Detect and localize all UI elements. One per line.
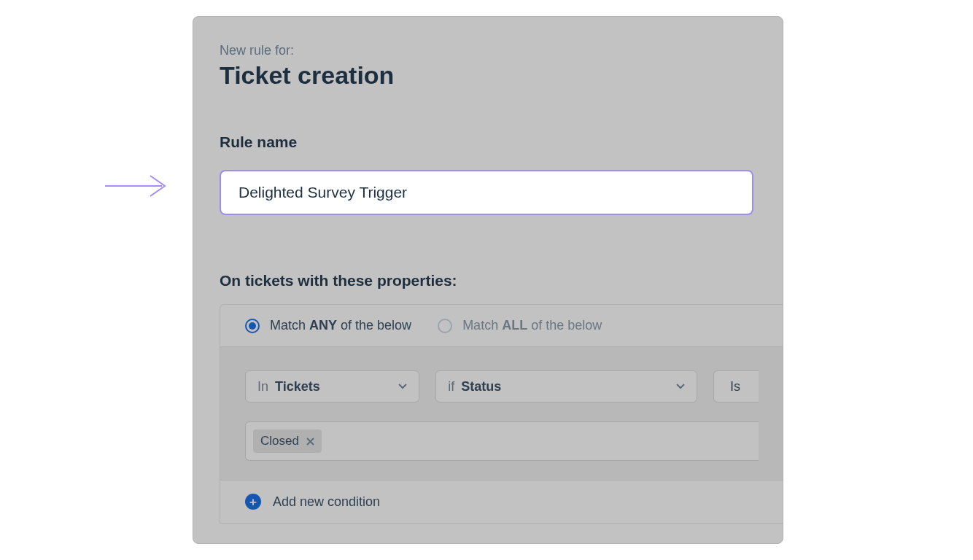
rule-name-label: Rule name (220, 133, 783, 151)
rule-name-input[interactable] (220, 170, 753, 215)
in-select[interactable]: In Tickets (245, 370, 419, 402)
condition-selects-row: In Tickets if Status Is (245, 370, 759, 402)
add-condition-button[interactable]: + Add new condition (220, 481, 783, 523)
value-tags[interactable]: Closed (245, 421, 759, 461)
match-row: Match ANY of the below Match ALL of the … (220, 305, 783, 347)
remove-tag-icon[interactable] (306, 435, 314, 448)
if-select[interactable]: if Status (435, 370, 697, 402)
properties-label: On tickets with these properties: (220, 272, 783, 289)
add-condition-label: Add new condition (273, 494, 380, 510)
is-select[interactable]: Is (713, 370, 759, 402)
radio-unselected-icon (438, 319, 452, 333)
radio-selected-icon (245, 319, 260, 333)
condition-body: In Tickets if Status Is Closed (220, 347, 783, 481)
plus-icon: + (245, 494, 261, 510)
chevron-down-icon (398, 384, 407, 389)
value-tag: Closed (253, 429, 322, 453)
match-all-radio[interactable]: Match ALL of the below (438, 318, 602, 333)
match-any-label: Match ANY of the below (270, 318, 411, 333)
panel-title: Ticket creation (220, 61, 783, 90)
chevron-down-icon (676, 384, 685, 389)
match-any-radio[interactable]: Match ANY of the below (245, 318, 411, 333)
rule-panel: New rule for: Ticket creation Rule name … (193, 16, 783, 544)
conditions-box: Match ANY of the below Match ALL of the … (220, 304, 783, 524)
arrow-annotation (102, 173, 175, 202)
panel-subtitle: New rule for: (220, 43, 783, 58)
match-all-label: Match ALL of the below (462, 318, 602, 333)
tag-label: Closed (260, 434, 299, 448)
